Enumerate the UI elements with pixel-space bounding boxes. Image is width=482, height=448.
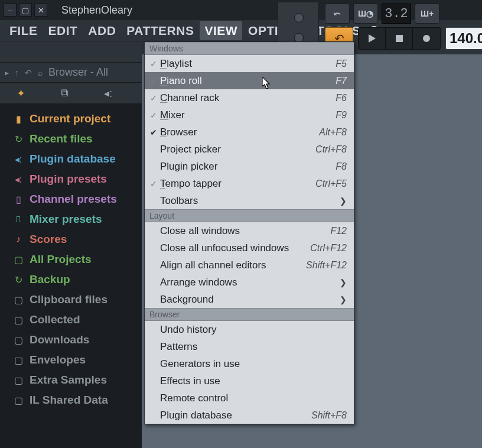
folder-icon: ⎍ (13, 214, 24, 225)
sidebar-item-downloads[interactable]: ▢Downloads (0, 330, 142, 350)
menu-shortcut: F6 (336, 93, 347, 103)
submenu-arrow-icon: ❯ (340, 278, 347, 287)
sidebar-item-current-project[interactable]: ▮Current project (0, 109, 142, 129)
browser-title: Browser - All (48, 66, 108, 79)
menu-item-mixer[interactable]: ✓MixerF9 (145, 106, 354, 124)
menu-item-label: Remote control (160, 392, 347, 404)
record-button[interactable] (413, 28, 440, 49)
folder-icon: ↻ (13, 274, 24, 285)
sidebar-item-plugin-presets[interactable]: ◂:Plugin presets (0, 169, 142, 189)
sidebar-item-clipboard-files[interactable]: ▢Clipboard files (0, 290, 142, 310)
menu-item-remote-control[interactable]: Remote control (145, 389, 354, 407)
menu-item-label: Mixer (160, 109, 336, 121)
menu-item-label: Tempo tapper (160, 178, 315, 190)
folder-icon: ▢ (13, 355, 24, 366)
menu-item-project-picker[interactable]: Project pickerCtrl+F8 (145, 141, 354, 158)
sidebar-item-plugin-database[interactable]: ◂:Plugin database (0, 149, 142, 169)
sidebar-item-label: Channel presets (30, 193, 117, 206)
menu-item-generators-in-use[interactable]: Generators in use (145, 355, 354, 372)
step-button[interactable]: Ш+ (415, 4, 439, 24)
menu-edit[interactable]: EDIT (44, 21, 83, 40)
mute-icon[interactable]: ◂: (104, 87, 112, 100)
menu-item-plugin-picker[interactable]: Plugin pickerF8 (145, 158, 354, 175)
menu-item-align-all-channel-editors[interactable]: Align all channel editorsShift+F12 (145, 257, 354, 274)
knob[interactable] (294, 13, 304, 22)
sidebar-item-recent-files[interactable]: ↻Recent files (0, 129, 142, 149)
sidebar-item-collected[interactable]: ▢Collected (0, 310, 142, 330)
menu-view[interactable]: VIEW (200, 21, 242, 40)
check-icon: ✓ (147, 111, 160, 120)
sidebar-item-il-shared-data[interactable]: ▢IL Shared Data (0, 390, 142, 410)
menu-shortcut: F12 (330, 226, 347, 236)
sidebar-item-label: Envelopes (30, 353, 86, 366)
menu-item-playlist[interactable]: ✓PlaylistF5 (145, 55, 354, 72)
favorite-icon[interactable]: ✦ (17, 87, 25, 100)
sidebar-item-scores[interactable]: ♪Scores (0, 229, 142, 249)
menu-item-background[interactable]: Background❯ (145, 291, 354, 308)
sidebar-item-label: Scores (30, 233, 67, 246)
search-icon[interactable]: ⌕ (38, 68, 43, 77)
folder-icon: ▢ (13, 395, 24, 406)
menu-item-label: Arrange windows (160, 277, 340, 288)
check-icon: ✔ (147, 128, 160, 137)
menu-section-layout: Layout (145, 209, 354, 222)
stop-button[interactable] (386, 28, 413, 49)
copy-icon[interactable]: ⧉ (61, 87, 69, 99)
up-icon[interactable]: ↑ (15, 68, 19, 77)
sidebar-item-all-projects[interactable]: ▢All Projects (0, 249, 142, 270)
check-icon: ✓ (147, 93, 160, 103)
menu-item-patterns[interactable]: Patterns (145, 338, 354, 355)
sidebar-item-label: Extra Samples (30, 374, 107, 387)
metronome-button[interactable]: ⤺ (325, 4, 350, 24)
menu-item-label: Plugin database (160, 410, 311, 421)
menu-item-piano-roll[interactable]: ✓Piano rollF7 (145, 72, 354, 89)
submenu-arrow-icon: ❯ (340, 196, 347, 206)
collapse-icon[interactable]: ▸ (5, 68, 9, 77)
sidebar-item-label: Plugin database (30, 152, 116, 165)
sidebar-item-label: All Projects (30, 253, 92, 266)
menu-shortcut: Shift+F8 (311, 410, 347, 421)
sidebar-item-channel-presets[interactable]: ▯Channel presets (0, 189, 142, 209)
sidebar-item-label: Backup (30, 273, 70, 286)
sidebar-item-label: Recent files (30, 132, 93, 145)
top-toolbar: ⤺ Ш◔ 3.2 Ш+ (325, 2, 439, 25)
menu-item-undo-history[interactable]: Undo history (145, 321, 354, 338)
svg-marker-0 (369, 34, 376, 43)
sidebar-item-extra-samples[interactable]: ▢Extra Samples (0, 370, 142, 390)
menu-item-arrange-windows[interactable]: Arrange windows❯ (145, 274, 354, 291)
tempo-display[interactable]: 140.00 (445, 27, 482, 50)
menu-section-browser: Browser (145, 308, 354, 321)
snap-button[interactable]: Ш◔ (353, 4, 378, 24)
minimize-button[interactable]: – (4, 4, 17, 17)
menu-item-close-all-windows[interactable]: Close all windowsF12 (145, 222, 354, 239)
folder-icon: ◂: (13, 154, 24, 165)
menu-item-close-all-unfocused-windows[interactable]: Close all unfocused windowsCtrl+F12 (145, 239, 354, 257)
menu-item-channel-rack[interactable]: ✓Channel rackF6 (145, 89, 354, 106)
sidebar-item-label: Current project (30, 112, 110, 125)
menu-shortcut: Ctrl+F5 (315, 178, 347, 189)
browser-tree: ▮Current project↻Recent files◂:Plugin da… (0, 104, 142, 448)
menu-shortcut: F5 (336, 59, 347, 69)
menu-patterns[interactable]: PATTERNS (122, 21, 198, 40)
sidebar-item-envelopes[interactable]: ▢Envelopes (0, 350, 142, 370)
menu-shortcut: Ctrl+F12 (310, 243, 347, 254)
back-icon[interactable]: ↶ (25, 68, 32, 77)
menu-item-tempo-tapper[interactable]: ✓Tempo tapperCtrl+F5 (145, 175, 354, 192)
menu-add[interactable]: ADD (83, 21, 120, 40)
pattern-display[interactable]: 3.2 (382, 4, 411, 24)
close-button[interactable]: ✕ (34, 4, 47, 17)
menu-item-effects-in-use[interactable]: Effects in use (145, 372, 354, 389)
menu-item-plugin-database[interactable]: Plugin databaseShift+F8 (145, 407, 354, 424)
folder-icon: ▢ (13, 375, 24, 386)
menu-shortcut: Alt+F8 (319, 127, 347, 138)
menu-item-browser[interactable]: ✔BrowserAlt+F8 (145, 124, 354, 141)
menu-item-label: Generators in use (160, 358, 347, 370)
menu-file[interactable]: FILE (5, 21, 43, 40)
play-button[interactable] (359, 28, 386, 49)
view-menu-dropdown: Windows✓PlaylistF5✓Piano rollF7✓Channel … (144, 41, 354, 424)
maximize-button[interactable]: ▢ (19, 4, 32, 17)
sidebar-item-backup[interactable]: ↻Backup (0, 270, 142, 290)
sidebar-item-mixer-presets[interactable]: ⎍Mixer presets (0, 209, 142, 229)
menu-item-toolbars[interactable]: Toolbars❯ (145, 192, 354, 209)
folder-icon: ▢ (13, 254, 24, 265)
